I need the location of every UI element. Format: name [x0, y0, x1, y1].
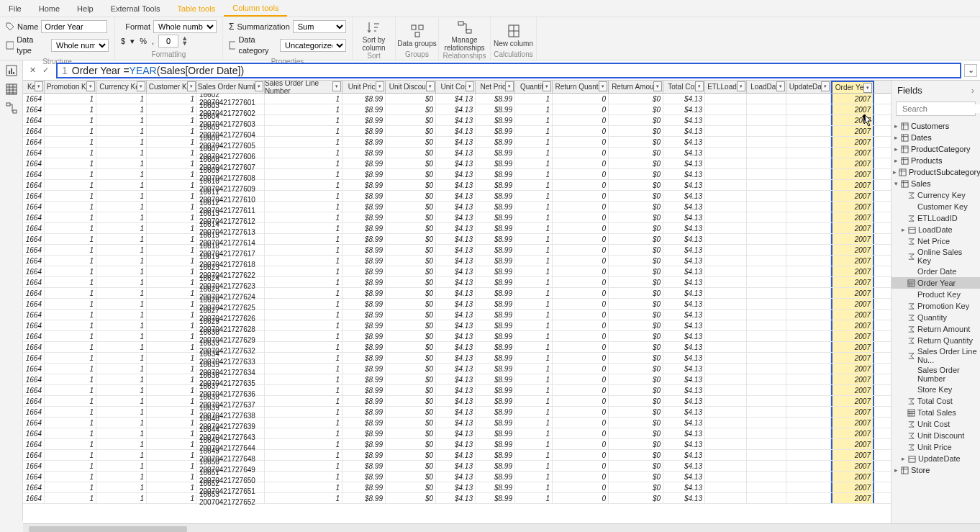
col-nprice[interactable]: Net Price▾ [476, 81, 515, 93]
field-unit-price[interactable]: Unit Price [891, 441, 980, 453]
filter-icon[interactable]: ▾ [737, 81, 745, 91]
field-store-key[interactable]: Store Key [891, 384, 980, 395]
filter-icon[interactable]: ▾ [466, 81, 474, 91]
formula-input[interactable]: 1 Order Year = YEAR ( Sales[Order Date] … [56, 63, 961, 78]
table-row[interactable]: 166411116649 200704217276481$8.99$0$4.13… [23, 450, 891, 461]
col-ramt[interactable]: Return Amount▾ [609, 81, 663, 93]
table-store[interactable]: Store [891, 464, 980, 476]
commit-formula-button[interactable]: ✓ [39, 64, 52, 77]
filter-icon[interactable]: ▾ [255, 81, 263, 91]
table-row[interactable]: 166411116627 200704217276261$8.99$0$4.13… [23, 310, 891, 320]
sort-button[interactable]: Sort by column [354, 20, 394, 52]
field-total-sales[interactable]: Total Sales [891, 407, 980, 418]
filter-icon[interactable]: ▾ [695, 81, 704, 91]
field-etlloadid[interactable]: ETLLoadID [891, 212, 980, 224]
cancel-formula-button[interactable]: ✕ [26, 64, 39, 77]
name-input[interactable] [41, 20, 107, 33]
col-ucost[interactable]: Unit Cost▾ [436, 81, 476, 93]
filter-icon[interactable]: ▾ [863, 83, 872, 93]
fields-search[interactable] [896, 102, 976, 116]
filter-icon[interactable]: ▾ [426, 81, 435, 91]
col-udate[interactable]: UpdateDate▾ [786, 81, 831, 93]
formula-expand-button[interactable]: ⌄ [964, 64, 977, 77]
table-row[interactable]: 166411116636 200704217276351$8.99$0$4.13… [23, 374, 891, 385]
report-view-icon[interactable] [6, 65, 17, 76]
field-order-date[interactable]: Order Date [891, 266, 980, 277]
chevron-right-icon[interactable]: › [971, 85, 974, 96]
field-updatedate[interactable]: ▸UpdateDate [891, 453, 980, 464]
filter-icon[interactable]: ▾ [821, 81, 830, 91]
filter-icon[interactable]: ▾ [86, 81, 95, 91]
decimals-input[interactable] [158, 35, 178, 48]
table-row[interactable]: 166411116618 200704217276171$8.99$0$4.13… [23, 245, 891, 256]
table-row[interactable]: 166411116645 200704217276441$8.99$0$4.13… [23, 439, 891, 450]
col-cust[interactable]: Customer Key▾ [147, 81, 197, 93]
menu-external-tools[interactable]: External Tools [102, 1, 169, 16]
table-row[interactable]: 166411116638 200704217276371$8.99$0$4.13… [23, 396, 891, 407]
field-return-quantity[interactable]: Return Quantity [891, 335, 980, 346]
table-row[interactable]: 166411116629 200704217276281$8.99$0$4.13… [23, 320, 891, 331]
field-total-cost[interactable]: Total Cost [891, 395, 980, 407]
menu-file[interactable]: File [0, 1, 30, 16]
filter-icon[interactable]: ▾ [376, 81, 384, 91]
col-etl[interactable]: ETLLoadID▾ [705, 81, 747, 93]
field-order-year[interactable]: Order Year [891, 277, 980, 289]
field-unit-cost[interactable]: Unit Cost [891, 418, 980, 430]
table-row[interactable]: 166411116619 200704217276181$8.99$0$4.13… [23, 256, 891, 266]
table-row[interactable]: 166411116613 200704217276121$8.99$0$4.13… [23, 212, 891, 223]
table-customers[interactable]: Customers [891, 120, 980, 132]
table-row[interactable]: 166411116610 200704217276091$8.99$0$4.13… [23, 180, 891, 191]
menu-table-tools[interactable]: Table tools [169, 1, 224, 16]
field-currency-key[interactable]: Currency Key [891, 189, 980, 201]
table-row[interactable]: 166411116639 200704217276381$8.99$0$4.13… [23, 407, 891, 418]
field-unit-discount[interactable]: Unit Discount [891, 430, 980, 441]
table-row[interactable]: 166411116611 200704217276101$8.99$0$4.13… [23, 191, 891, 202]
filter-icon[interactable]: ▾ [599, 81, 607, 91]
field-promotion-key[interactable]: Promotion Key [891, 300, 980, 312]
table-row[interactable]: 166411116609 200704217276081$8.99$0$4.13… [23, 169, 891, 180]
field-online-sales-key[interactable]: Online Sales Key [891, 247, 980, 266]
horizontal-scrollbar[interactable] [23, 523, 980, 532]
table-row[interactable]: 166411116626 200704217276251$8.99$0$4.13… [23, 299, 891, 310]
col-qty[interactable]: Quantity▾ [515, 81, 553, 93]
menu-help[interactable]: Help [68, 1, 102, 16]
table-row[interactable]: 166411116637 200704217276361$8.99$0$4.13… [23, 385, 891, 396]
filter-icon[interactable]: ▾ [332, 81, 341, 91]
col-curr[interactable]: Currency Key▾ [96, 81, 147, 93]
table-row[interactable]: 166411116602 200704217276011$8.99$0$4.13… [23, 94, 891, 104]
table-row[interactable]: 166411116640 200704217276391$8.99$0$4.13… [23, 418, 891, 428]
col-key[interactable]: Key▾ [23, 81, 45, 93]
table-productsubcategory[interactable]: ProductSubcategory [891, 166, 980, 178]
field-product-key[interactable]: Product Key [891, 289, 980, 300]
col-oyear[interactable]: Order Year▾ [831, 81, 874, 93]
table-sales[interactable]: Sales [891, 178, 980, 189]
field-list[interactable]: CustomersDatesProductCategoryProductsPro… [891, 120, 980, 523]
datacategory-select[interactable]: Uncategorized [280, 39, 346, 52]
table-row[interactable]: 166411116633 200704217276321$8.99$0$4.13… [23, 342, 891, 353]
field-net-price[interactable]: Net Price [891, 235, 980, 247]
table-row[interactable]: 166411116614 200704217276131$8.99$0$4.13… [23, 223, 891, 234]
col-ldate[interactable]: LoadDate▾ [747, 81, 786, 93]
table-row[interactable]: 166411116606 200704217276051$8.99$0$4.13… [23, 137, 891, 148]
filter-icon[interactable]: ▾ [776, 81, 785, 91]
menu-home[interactable]: Home [30, 1, 68, 16]
table-row[interactable]: 166411116650 200704217276491$8.99$0$4.13… [23, 461, 891, 472]
filter-icon[interactable]: ▾ [653, 81, 662, 91]
table-row[interactable]: 166411116651 200704217276501$8.99$0$4.13… [23, 472, 891, 482]
filter-icon[interactable]: ▾ [35, 81, 43, 91]
table-row[interactable]: 166411116604 200704217276031$8.99$0$4.13… [23, 115, 891, 126]
summarization-select[interactable]: Sum [293, 20, 346, 33]
menu-column-tools[interactable]: Column tools [224, 1, 287, 17]
table-row[interactable]: 166411116605 200704217276041$8.99$0$4.13… [23, 126, 891, 137]
fmt-symbols[interactable]: $ ▾ % , [121, 36, 155, 47]
table-dates[interactable]: Dates [891, 132, 980, 143]
col-uprice[interactable]: Unit Price▾ [342, 81, 386, 93]
relationships-button[interactable]: Manage relationships [440, 20, 489, 52]
table-row[interactable]: 166411116635 200704217276341$8.99$0$4.13… [23, 364, 891, 374]
table-row[interactable]: 166411116607 200704217276061$8.99$0$4.13… [23, 148, 891, 158]
table-row[interactable]: 166411116603 200704217276021$8.99$0$4.13… [23, 104, 891, 115]
filter-icon[interactable]: ▾ [505, 81, 514, 91]
filter-icon[interactable]: ▾ [137, 81, 145, 91]
col-udisc[interactable]: Unit Discount▾ [386, 81, 436, 93]
table-productcategory[interactable]: ProductCategory [891, 143, 980, 155]
